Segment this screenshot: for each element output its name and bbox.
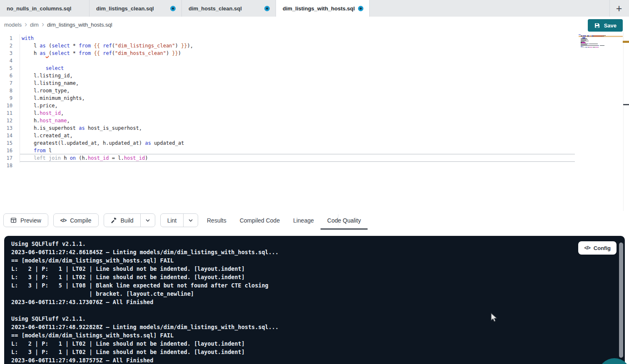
- code-text: l as (select * from {{ ref("dim_listings…: [22, 43, 193, 49]
- lint-button[interactable]: Lint: [161, 214, 184, 227]
- compile-button[interactable]: </> Compile: [53, 213, 99, 227]
- terminal-line: == [models/dim/dim_listings_with_hosts.s…: [11, 331, 625, 339]
- code-line-6[interactable]: 6 l.listing_id,: [0, 72, 629, 79]
- save-button[interactable]: Save: [588, 19, 623, 32]
- code-line-13[interactable]: 13 h.is_superhost as host_is_superhost,: [0, 124, 629, 132]
- build-button-group: Build: [104, 213, 155, 227]
- tab-bar: no_nulls_in_columns.sqldim_listings_clea…: [0, 0, 629, 17]
- minimap[interactable]: [579, 35, 609, 48]
- unsaved-indicator-dot[interactable]: [358, 6, 363, 11]
- unsaved-indicator-dot[interactable]: [170, 6, 176, 11]
- line-number: 18: [0, 163, 12, 168]
- minimap-line: [579, 47, 609, 48]
- breadcrumb-separator-icon: ›: [42, 20, 44, 28]
- terminal-line: == [models/dim/dim_listings_with_hosts.s…: [11, 256, 625, 265]
- terminal-line: L: 3 | P: 1 | LT02 | Line should not be …: [11, 273, 625, 281]
- line-number: 13: [0, 125, 12, 131]
- line-number: 3: [0, 50, 12, 56]
- build-label: Build: [121, 217, 134, 224]
- line-number: 11: [0, 110, 12, 116]
- code-line-15[interactable]: 15 greatest(l.updated_at, h.updated_at) …: [0, 139, 629, 147]
- tab-compiled-code[interactable]: Compiled Code: [233, 211, 287, 230]
- scroll-annotation-gutter: [623, 32, 624, 211]
- terminal-line: | bracket. [layout.cte_newline]: [11, 290, 625, 298]
- terminal-line: Using SQLFluff v2.1.1.: [11, 314, 625, 323]
- code-text: l.created_at,: [22, 133, 73, 139]
- tab-label: dim_listings_with_hosts.sql: [283, 5, 355, 12]
- tab-lineage[interactable]: Lineage: [286, 211, 321, 230]
- code-text: from l: [22, 148, 52, 154]
- code-line-12[interactable]: 12 h.host_name,: [0, 117, 629, 124]
- terminal-line: L: 3 | P: 1 | LT02 | Line should not be …: [11, 348, 625, 356]
- code-text: left join h on (h.host_id = l.host_id): [22, 155, 148, 161]
- line-number: 6: [0, 73, 12, 79]
- terminal-line: 2023-06-06T11:27:43.173076Z — All Finish…: [11, 298, 625, 306]
- code-line-17[interactable]: 17 left join h on (h.host_id = l.host_id…: [0, 154, 629, 162]
- tab-code-quality[interactable]: Code Quality: [321, 211, 368, 230]
- line-number: 2: [0, 43, 12, 49]
- line-number: 5: [0, 65, 12, 71]
- terminal-line: Using SQLFluff v2.1.1.: [11, 240, 625, 248]
- chevron-down-icon: [145, 218, 150, 223]
- code-line-5[interactable]: 5 select: [0, 64, 629, 72]
- unsaved-indicator-dot[interactable]: [264, 6, 270, 11]
- config-label: Config: [594, 245, 611, 251]
- tabbar-divider: [609, 0, 610, 17]
- code-line-11[interactable]: 11 l.host_id,: [0, 109, 629, 117]
- code-text: h.host_name,: [22, 118, 70, 124]
- editor-tab-dim-hosts-clean-sql[interactable]: dim_hosts_clean.sql: [182, 0, 276, 17]
- line-number: 8: [0, 88, 12, 94]
- code-line-18[interactable]: 18: [0, 162, 629, 169]
- breadcrumb-segment[interactable]: dim: [30, 22, 39, 28]
- preview-label: Preview: [20, 217, 41, 224]
- terminal-panel: Using SQLFluff v2.1.1.2023-06-06T11:27:4…: [4, 236, 625, 364]
- breadcrumb-segment[interactable]: models: [4, 22, 22, 28]
- tab-label: no_nulls_in_columns.sql: [7, 5, 71, 12]
- code-line-14[interactable]: 14 l.created_at,: [0, 132, 629, 139]
- config-button[interactable]: </> Config: [578, 241, 617, 255]
- code-text: l.listing_id,: [22, 73, 73, 79]
- terminal-line: L: 3 | P: 5 | LT08 | Blank line expected…: [11, 281, 625, 290]
- preview-button[interactable]: Preview: [3, 213, 48, 227]
- editor-tab-dim-listings-clean-sql[interactable]: dim_listings_clean.sql: [90, 0, 182, 17]
- build-button[interactable]: Build: [104, 214, 140, 227]
- code-icon: </>: [584, 245, 590, 251]
- tab-results[interactable]: Results: [200, 211, 233, 230]
- code-line-10[interactable]: 10 l.price,: [0, 102, 629, 109]
- code-text: h.is_superhost as host_is_superhost,: [22, 125, 142, 131]
- terminal-scrollbar[interactable]: [619, 243, 623, 358]
- build-dropdown-button[interactable]: [140, 214, 155, 227]
- code-line-8[interactable]: 8 l.room_type,: [0, 87, 629, 94]
- code-text: greatest(l.updated_at, h.updated_at) as …: [22, 140, 184, 146]
- compile-label: Compile: [70, 217, 91, 224]
- line-number: 4: [0, 58, 12, 64]
- code-line-9[interactable]: 9 l.minimum_nights,: [0, 94, 629, 102]
- breadcrumb-bar: models›dim›dim_listings_with_hosts.sql: [0, 17, 629, 32]
- editor-tab-no-nulls-in-columns-sql[interactable]: no_nulls_in_columns.sql: [0, 0, 90, 17]
- table-icon: [10, 217, 17, 223]
- lint-button-group: Lint: [160, 213, 199, 227]
- breadcrumb-segment[interactable]: dim_listings_with_hosts.sql: [47, 22, 112, 28]
- line-number: 15: [0, 140, 12, 146]
- line-number: 10: [0, 103, 12, 109]
- code-lines: 1with2 l as (select * from {{ ref("dim_l…: [0, 35, 629, 169]
- code-editor[interactable]: 1with2 l as (select * from {{ ref("dim_l…: [0, 32, 629, 211]
- code-line-3[interactable]: 3 h as (select * from {{ ref("dim_hosts_…: [0, 50, 629, 57]
- code-line-1[interactable]: 1with: [0, 35, 629, 42]
- code-line-16[interactable]: 16 from l: [0, 147, 629, 154]
- code-line-7[interactable]: 7 l.listing_name,: [0, 79, 629, 87]
- tab-label: dim_listings_clean.sql: [96, 5, 154, 12]
- code-line-4[interactable]: 4: [0, 57, 629, 64]
- code-line-2[interactable]: 2 l as (select * from {{ ref("dim_listin…: [0, 42, 629, 50]
- chevron-down-icon: [188, 218, 193, 223]
- editor-tab-dim-listings-with-hosts-sql[interactable]: dim_listings_with_hosts.sql: [276, 0, 370, 17]
- code-text: with: [22, 35, 34, 41]
- tab-label: dim_hosts_clean.sql: [189, 5, 242, 12]
- line-number: 7: [0, 80, 12, 86]
- code-icon: </>: [60, 218, 66, 223]
- line-number: 1: [0, 35, 12, 41]
- new-tab-button[interactable]: +: [613, 2, 625, 15]
- terminal-line: 2023-06-06T11:27:42.861845Z — Linting mo…: [11, 248, 625, 256]
- lint-dropdown-button[interactable]: [183, 214, 198, 227]
- result-tabs: ResultsCompiled CodeLineageCode Quality: [200, 211, 368, 230]
